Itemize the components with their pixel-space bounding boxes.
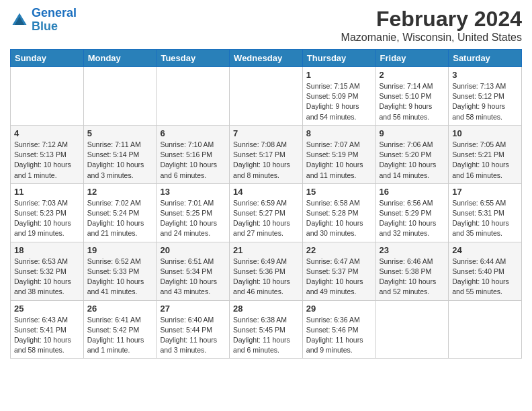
logo-icon <box>10 11 29 30</box>
day-info: Sunrise: 6:38 AM Sunset: 5:45 PM Dayligh… <box>233 315 299 356</box>
day-number: 26 <box>87 304 153 314</box>
calendar: SundayMondayTuesdayWednesdayThursdayFrid… <box>10 49 522 359</box>
day-number: 3 <box>452 70 518 80</box>
calendar-header-tuesday: Tuesday <box>157 50 230 67</box>
subtitle: Mazomanie, Wisconsin, United States <box>341 32 522 44</box>
calendar-header-wednesday: Wednesday <box>230 50 303 67</box>
day-number: 23 <box>380 245 445 255</box>
logo-line2: Blue <box>32 19 58 33</box>
calendar-cell: 29Sunrise: 6:36 AM Sunset: 5:46 PM Dayli… <box>302 300 375 359</box>
day-number: 8 <box>306 128 372 138</box>
header: General Blue February 2024 Mazomanie, Wi… <box>10 7 522 44</box>
day-number: 19 <box>87 245 153 255</box>
day-number: 5 <box>87 128 153 138</box>
day-number: 21 <box>233 245 299 255</box>
day-number: 1 <box>306 70 372 80</box>
day-number: 17 <box>452 187 518 197</box>
logo: General Blue <box>10 7 77 34</box>
calendar-cell: 2Sunrise: 7:14 AM Sunset: 5:10 PM Daylig… <box>375 67 449 126</box>
calendar-header-saturday: Saturday <box>449 50 522 67</box>
page: General Blue February 2024 Mazomanie, Wi… <box>0 0 532 411</box>
day-number: 16 <box>380 187 445 197</box>
calendar-cell: 21Sunrise: 6:49 AM Sunset: 5:36 PM Dayli… <box>230 242 303 300</box>
calendar-cell: 24Sunrise: 6:44 AM Sunset: 5:40 PM Dayli… <box>449 242 522 300</box>
day-number: 27 <box>160 304 226 314</box>
day-info: Sunrise: 7:13 AM Sunset: 5:12 PM Dayligh… <box>452 81 518 122</box>
day-number: 18 <box>14 245 80 255</box>
calendar-cell: 4Sunrise: 7:12 AM Sunset: 5:13 PM Daylig… <box>11 125 84 183</box>
calendar-cell: 16Sunrise: 6:56 AM Sunset: 5:29 PM Dayli… <box>375 183 449 242</box>
calendar-cell: 27Sunrise: 6:40 AM Sunset: 5:44 PM Dayli… <box>157 300 230 359</box>
main-title: February 2024 <box>341 7 522 32</box>
day-info: Sunrise: 7:10 AM Sunset: 5:16 PM Dayligh… <box>160 140 226 181</box>
week-row-4: 18Sunrise: 6:53 AM Sunset: 5:32 PM Dayli… <box>11 242 522 300</box>
day-info: Sunrise: 7:03 AM Sunset: 5:23 PM Dayligh… <box>14 198 80 239</box>
day-number: 13 <box>160 187 226 197</box>
calendar-cell: 28Sunrise: 6:38 AM Sunset: 5:45 PM Dayli… <box>230 300 303 359</box>
day-number: 7 <box>233 128 299 138</box>
day-number: 10 <box>452 128 518 138</box>
day-number: 11 <box>14 187 80 197</box>
calendar-cell: 18Sunrise: 6:53 AM Sunset: 5:32 PM Dayli… <box>11 242 84 300</box>
calendar-header-thursday: Thursday <box>302 50 375 67</box>
calendar-cell: 20Sunrise: 6:51 AM Sunset: 5:34 PM Dayli… <box>157 242 230 300</box>
calendar-cell: 17Sunrise: 6:55 AM Sunset: 5:31 PM Dayli… <box>449 183 522 242</box>
calendar-cell <box>83 67 157 126</box>
calendar-cell: 8Sunrise: 7:07 AM Sunset: 5:19 PM Daylig… <box>302 125 375 183</box>
calendar-cell: 26Sunrise: 6:41 AM Sunset: 5:42 PM Dayli… <box>83 300 157 359</box>
day-number: 2 <box>380 70 445 80</box>
calendar-cell: 15Sunrise: 6:58 AM Sunset: 5:28 PM Dayli… <box>302 183 375 242</box>
day-number: 25 <box>14 304 80 314</box>
calendar-cell <box>375 300 449 359</box>
calendar-cell: 10Sunrise: 7:05 AM Sunset: 5:21 PM Dayli… <box>449 125 522 183</box>
calendar-cell: 14Sunrise: 6:59 AM Sunset: 5:27 PM Dayli… <box>230 183 303 242</box>
day-info: Sunrise: 6:41 AM Sunset: 5:42 PM Dayligh… <box>87 315 153 356</box>
calendar-header-row: SundayMondayTuesdayWednesdayThursdayFrid… <box>11 50 522 67</box>
day-info: Sunrise: 7:15 AM Sunset: 5:09 PM Dayligh… <box>306 81 372 122</box>
calendar-header-monday: Monday <box>83 50 157 67</box>
calendar-cell: 22Sunrise: 6:47 AM Sunset: 5:37 PM Dayli… <box>302 242 375 300</box>
day-info: Sunrise: 6:49 AM Sunset: 5:36 PM Dayligh… <box>233 257 299 298</box>
calendar-cell: 11Sunrise: 7:03 AM Sunset: 5:23 PM Dayli… <box>11 183 84 242</box>
calendar-cell: 7Sunrise: 7:08 AM Sunset: 5:17 PM Daylig… <box>230 125 303 183</box>
calendar-header-sunday: Sunday <box>11 50 84 67</box>
day-info: Sunrise: 6:58 AM Sunset: 5:28 PM Dayligh… <box>306 198 372 239</box>
calendar-cell: 25Sunrise: 6:43 AM Sunset: 5:41 PM Dayli… <box>11 300 84 359</box>
day-number: 12 <box>87 187 153 197</box>
logo-text: General Blue <box>32 7 77 34</box>
day-number: 14 <box>233 187 299 197</box>
day-info: Sunrise: 7:12 AM Sunset: 5:13 PM Dayligh… <box>14 140 80 181</box>
day-number: 6 <box>160 128 226 138</box>
calendar-cell: 13Sunrise: 7:01 AM Sunset: 5:25 PM Dayli… <box>157 183 230 242</box>
day-info: Sunrise: 7:02 AM Sunset: 5:24 PM Dayligh… <box>87 198 153 239</box>
day-info: Sunrise: 6:46 AM Sunset: 5:38 PM Dayligh… <box>380 257 445 298</box>
day-number: 9 <box>380 128 445 138</box>
week-row-2: 4Sunrise: 7:12 AM Sunset: 5:13 PM Daylig… <box>11 125 522 183</box>
calendar-cell: 9Sunrise: 7:06 AM Sunset: 5:20 PM Daylig… <box>375 125 449 183</box>
calendar-cell <box>11 67 84 126</box>
day-number: 28 <box>233 304 299 314</box>
day-info: Sunrise: 7:07 AM Sunset: 5:19 PM Dayligh… <box>306 140 372 181</box>
day-info: Sunrise: 7:06 AM Sunset: 5:20 PM Dayligh… <box>380 140 445 181</box>
day-info: Sunrise: 6:56 AM Sunset: 5:29 PM Dayligh… <box>380 198 445 239</box>
week-row-3: 11Sunrise: 7:03 AM Sunset: 5:23 PM Dayli… <box>11 183 522 242</box>
calendar-cell: 19Sunrise: 6:52 AM Sunset: 5:33 PM Dayli… <box>83 242 157 300</box>
calendar-cell <box>449 300 522 359</box>
calendar-cell: 1Sunrise: 7:15 AM Sunset: 5:09 PM Daylig… <box>302 67 375 126</box>
week-row-1: 1Sunrise: 7:15 AM Sunset: 5:09 PM Daylig… <box>11 67 522 126</box>
day-number: 24 <box>452 245 518 255</box>
calendar-cell: 3Sunrise: 7:13 AM Sunset: 5:12 PM Daylig… <box>449 67 522 126</box>
day-info: Sunrise: 7:11 AM Sunset: 5:14 PM Dayligh… <box>87 140 153 181</box>
day-info: Sunrise: 6:55 AM Sunset: 5:31 PM Dayligh… <box>452 198 518 239</box>
calendar-cell: 23Sunrise: 6:46 AM Sunset: 5:38 PM Dayli… <box>375 242 449 300</box>
day-info: Sunrise: 7:08 AM Sunset: 5:17 PM Dayligh… <box>233 140 299 181</box>
day-info: Sunrise: 6:43 AM Sunset: 5:41 PM Dayligh… <box>14 315 80 356</box>
calendar-cell: 5Sunrise: 7:11 AM Sunset: 5:14 PM Daylig… <box>83 125 157 183</box>
day-number: 22 <box>306 245 372 255</box>
day-info: Sunrise: 6:40 AM Sunset: 5:44 PM Dayligh… <box>160 315 226 356</box>
day-info: Sunrise: 6:47 AM Sunset: 5:37 PM Dayligh… <box>306 257 372 298</box>
day-number: 15 <box>306 187 372 197</box>
calendar-cell: 6Sunrise: 7:10 AM Sunset: 5:16 PM Daylig… <box>157 125 230 183</box>
day-info: Sunrise: 7:14 AM Sunset: 5:10 PM Dayligh… <box>380 81 445 122</box>
logo-line1: General <box>32 6 77 19</box>
